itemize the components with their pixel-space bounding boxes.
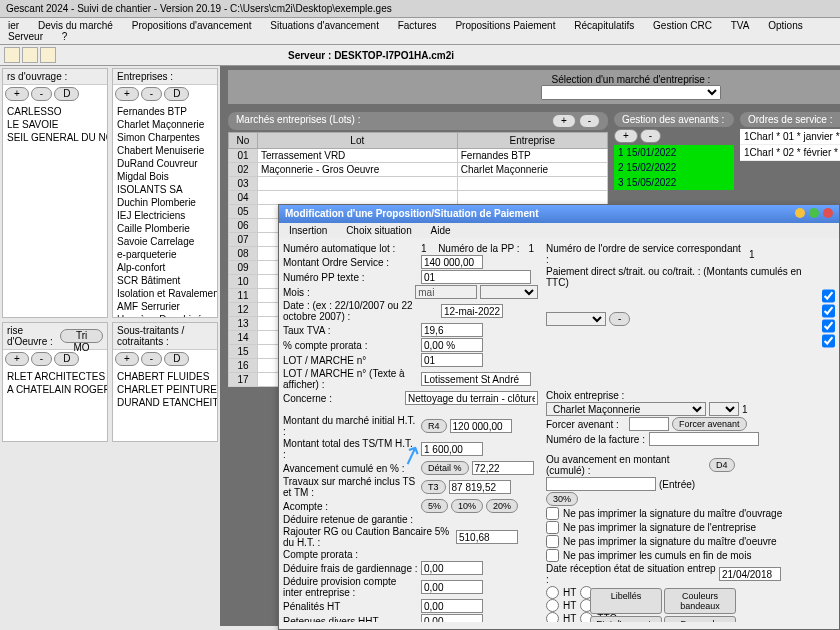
sel-marche-select[interactable] bbox=[541, 85, 721, 100]
list-item[interactable]: Migdal Bois bbox=[115, 170, 215, 183]
menu-item[interactable]: Propositions Paiement bbox=[447, 18, 563, 33]
entreprises-list[interactable]: Fernandes BTPCharlet MaçonnerieSimon Cha… bbox=[113, 103, 217, 317]
concerne-input[interactable] bbox=[405, 391, 538, 405]
check-icon[interactable] bbox=[822, 289, 835, 303]
ht-radio[interactable] bbox=[546, 599, 559, 612]
del-button[interactable]: - bbox=[640, 129, 661, 143]
acompte-30-button[interactable]: 30% bbox=[546, 492, 578, 506]
list-item[interactable]: Simon Charpentes bbox=[115, 131, 215, 144]
prorata-input[interactable] bbox=[421, 338, 483, 352]
menu-item[interactable]: Factures bbox=[390, 18, 445, 33]
ht-radio[interactable] bbox=[546, 612, 559, 622]
check-icon[interactable] bbox=[822, 304, 835, 318]
detail-pct-button[interactable]: Détail % bbox=[421, 461, 469, 475]
avancement-input[interactable] bbox=[546, 477, 656, 491]
chk-sig-mo[interactable] bbox=[546, 507, 559, 520]
npp-input[interactable] bbox=[421, 270, 531, 284]
tva-input[interactable] bbox=[421, 323, 483, 337]
menu-item[interactable]: Serveur bbox=[0, 29, 51, 44]
doc-extra[interactable] bbox=[738, 588, 835, 614]
list-item[interactable]: RLET ARCHITECTES bbox=[5, 370, 105, 383]
list-item[interactable]: A CHATELAIN ROGER bbox=[5, 383, 105, 396]
list-item[interactable]: 1Charl * 02 * février * 12-fév-2022 bbox=[740, 145, 840, 161]
mmi-input[interactable] bbox=[450, 419, 512, 433]
menu-item[interactable]: Situations d'avancement bbox=[262, 18, 387, 33]
ht-radio[interactable] bbox=[546, 586, 559, 599]
list-item[interactable]: SEIL GENERAL DU NORD bbox=[5, 131, 105, 144]
maitres-list[interactable]: CARLESSO LE SAVOIE SEIL GENERAL DU NORD bbox=[3, 103, 107, 317]
toolbar-icon[interactable] bbox=[4, 47, 20, 63]
del-button[interactable]: - bbox=[141, 352, 162, 366]
chk-cumuls[interactable] bbox=[546, 549, 559, 562]
del-button[interactable]: - bbox=[31, 352, 52, 366]
table-row[interactable]: 01Terrassement VRDFernandes BTP bbox=[229, 149, 608, 163]
choix-ent-select[interactable]: Charlet Maçonnerie bbox=[546, 402, 706, 416]
list-item[interactable]: CHARLET PEINTURES bbox=[115, 383, 215, 396]
add-button[interactable]: + bbox=[552, 114, 576, 128]
list-item[interactable]: SCR Bâtiment bbox=[115, 274, 215, 287]
list-item[interactable]: e-parqueterie bbox=[115, 248, 215, 261]
t3-button[interactable]: T3 bbox=[421, 480, 446, 494]
doc-button[interactable]: Couleurs bandeaux bbox=[664, 588, 736, 614]
check-icon[interactable] bbox=[822, 334, 835, 348]
list-item[interactable]: Hygyène Dauphiné bbox=[115, 313, 215, 317]
toolbar-icon[interactable] bbox=[40, 47, 56, 63]
gard-input[interactable] bbox=[421, 561, 483, 575]
del-button[interactable]: - bbox=[609, 312, 630, 326]
list-item[interactable]: Duchin Plomberie bbox=[115, 196, 215, 209]
acompte-20-button[interactable]: 20% bbox=[486, 499, 518, 513]
menu-item[interactable]: ? bbox=[54, 29, 76, 44]
menu-item[interactable]: TVA bbox=[723, 18, 758, 33]
list-item[interactable]: Caille Plomberie bbox=[115, 222, 215, 235]
table-row[interactable]: 03 bbox=[229, 177, 608, 191]
add-button[interactable]: + bbox=[5, 87, 29, 101]
doc-button[interactable]: Demande d'Acompte bbox=[664, 616, 736, 622]
list-item[interactable]: IEJ Electriciens bbox=[115, 209, 215, 222]
del-button[interactable]: - bbox=[141, 87, 162, 101]
add-button[interactable]: + bbox=[614, 129, 638, 143]
r4-button[interactable]: R4 bbox=[421, 419, 447, 433]
d-button[interactable]: D bbox=[54, 87, 79, 101]
doc-button[interactable]: Libellés bbox=[590, 588, 662, 614]
add-button[interactable]: + bbox=[115, 87, 139, 101]
add-button[interactable]: + bbox=[5, 352, 29, 366]
check-icon[interactable] bbox=[822, 319, 835, 333]
doc-button[interactable]: Etat d'acompte bbox=[590, 616, 662, 622]
tri-mo-button[interactable]: Tri MO bbox=[60, 329, 103, 343]
list-item[interactable]: Chabert Menuiserie bbox=[115, 144, 215, 157]
forcer-input[interactable] bbox=[629, 417, 669, 431]
trav-input[interactable] bbox=[449, 480, 511, 494]
prov-input[interactable] bbox=[421, 580, 483, 594]
toolbar-icon[interactable] bbox=[22, 47, 38, 63]
list-item[interactable]: DURAND ETANCHEITE bbox=[115, 396, 215, 409]
list-item[interactable]: Fernandes BTP bbox=[115, 105, 215, 118]
list-item[interactable]: CHABERT FLUIDES bbox=[115, 370, 215, 383]
forcer-button[interactable]: Forcer avenant bbox=[672, 417, 747, 431]
chk-sig-ent[interactable] bbox=[546, 521, 559, 534]
list-item[interactable]: 1 15/01/2022 bbox=[614, 145, 734, 160]
list-item[interactable]: 1Charl * 01 * janvier * 14-janv-2022 bbox=[740, 129, 840, 145]
num-select[interactable] bbox=[709, 402, 739, 416]
menu-item[interactable]: Options bbox=[760, 18, 810, 33]
paiement-select[interactable] bbox=[546, 312, 606, 326]
acompte-5-button[interactable]: 5% bbox=[421, 499, 448, 513]
table-row[interactable]: 02Maçonnerie - Gros OeuvreCharlet Maçonn… bbox=[229, 163, 608, 177]
mois-select[interactable] bbox=[480, 285, 538, 299]
list-item[interactable]: AMF Serrurier bbox=[115, 300, 215, 313]
mois-input[interactable] bbox=[415, 285, 477, 299]
mos-input[interactable] bbox=[421, 255, 483, 269]
dlg-menu-item[interactable]: Aide bbox=[423, 223, 459, 238]
list-item[interactable]: Savoie Carrelage bbox=[115, 235, 215, 248]
lotm-input[interactable] bbox=[421, 353, 483, 367]
lotm-txt-input[interactable] bbox=[421, 372, 531, 386]
avc-input[interactable] bbox=[472, 461, 534, 475]
d4-button[interactable]: D4 bbox=[709, 458, 735, 472]
dlg-menu-item[interactable]: Insertion bbox=[281, 223, 335, 238]
d-button[interactable]: D bbox=[164, 87, 189, 101]
numfact-input[interactable] bbox=[649, 432, 759, 446]
date-input[interactable] bbox=[441, 304, 503, 318]
list-item[interactable]: Isolation et Ravalement bbox=[115, 287, 215, 300]
rethht-input[interactable] bbox=[421, 614, 483, 622]
table-row[interactable]: 04 bbox=[229, 191, 608, 205]
avenants-list[interactable]: 1 15/01/2022 2 15/02/2022 3 15/05/2022 bbox=[614, 145, 734, 190]
